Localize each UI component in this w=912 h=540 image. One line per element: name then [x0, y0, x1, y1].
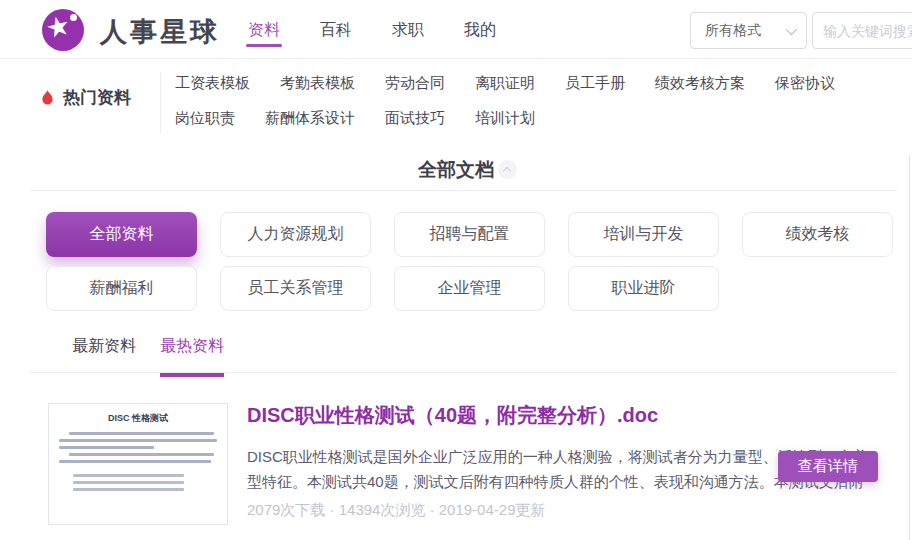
- flame-icon: [40, 89, 55, 107]
- category-career-growth[interactable]: 职业进阶: [568, 266, 719, 311]
- hot-link[interactable]: 考勤表模板: [280, 72, 355, 94]
- hot-links-row-2: 岗位职责 薪酬体系设计 面试技巧 培训计划: [175, 107, 535, 129]
- doc-thumbnail-title: DISC 性格测试: [59, 412, 217, 425]
- hot-link[interactable]: 培训计划: [475, 107, 535, 129]
- page: ★ 人事星球 资料 百科 求职 我的 所有格式 热门资料 工资表模板 考勤表模板…: [0, 0, 912, 540]
- divider: [30, 372, 897, 373]
- doc-stats: 2079次下载 · 14394次浏览 · 2019-04-29更新: [247, 501, 545, 520]
- format-select[interactable]: 所有格式: [690, 12, 807, 49]
- brand-name[interactable]: 人事星球: [100, 14, 220, 50]
- thumb-text-line: [69, 453, 214, 456]
- nav-item-ziliao[interactable]: 资料: [248, 0, 280, 59]
- category-employee-relations[interactable]: 员工关系管理: [220, 266, 371, 311]
- collapse-toggle-icon[interactable]: [498, 160, 517, 179]
- search-input[interactable]: [812, 12, 912, 49]
- hot-links-row-1: 工资表模板 考勤表模板 劳动合同 离职证明 员工手册 绩效考核方案 保密协议: [175, 72, 835, 94]
- hot-link[interactable]: 劳动合同: [385, 72, 445, 94]
- tab-newest[interactable]: 最新资料: [72, 336, 136, 377]
- view-details-button[interactable]: 查看详情: [778, 451, 878, 482]
- tab-hottest[interactable]: 最热资料: [160, 336, 224, 377]
- vertical-divider: [160, 72, 161, 134]
- hot-link[interactable]: 员工手册: [565, 72, 625, 94]
- section-title: 全部文档: [0, 157, 912, 183]
- scrollbar[interactable]: [909, 155, 910, 540]
- header: ★ 人事星球 资料 百科 求职 我的 所有格式: [0, 0, 912, 59]
- category-recruiting[interactable]: 招聘与配置: [394, 212, 545, 257]
- hot-link[interactable]: 绩效考核方案: [655, 72, 745, 94]
- brand-logo-icon[interactable]: ★: [42, 9, 84, 51]
- category-compensation[interactable]: 薪酬福利: [46, 266, 197, 311]
- star-icon: ★: [43, 11, 73, 43]
- doc-title-link[interactable]: DISC职业性格测试（40题，附完整分析）.doc: [247, 402, 897, 429]
- chevron-down-icon: [786, 23, 797, 34]
- thumb-text-line: [59, 460, 211, 463]
- thumb-text-line: [73, 474, 184, 477]
- hot-section-label: 热门资料: [40, 86, 131, 109]
- category-enterprise-mgmt[interactable]: 企业管理: [394, 266, 545, 311]
- hot-link[interactable]: 薪酬体系设计: [265, 107, 355, 129]
- nav-item-qiuzhi[interactable]: 求职: [392, 0, 424, 59]
- category-training[interactable]: 培训与开发: [568, 212, 719, 257]
- thumb-text-line: [59, 439, 217, 442]
- hot-link[interactable]: 工资表模板: [175, 72, 250, 94]
- main-nav: 资料 百科 求职 我的: [248, 0, 496, 59]
- thumb-text-line: [73, 481, 184, 484]
- hot-link[interactable]: 保密协议: [775, 72, 835, 94]
- category-all[interactable]: 全部资料: [46, 212, 197, 257]
- hot-link[interactable]: 面试技巧: [385, 107, 445, 129]
- category-hr-planning[interactable]: 人力资源规划: [220, 212, 371, 257]
- hot-section-title: 热门资料: [63, 86, 131, 109]
- hot-link[interactable]: 岗位职责: [175, 107, 235, 129]
- nav-item-baike[interactable]: 百科: [320, 0, 352, 59]
- hot-link[interactable]: 离职证明: [475, 72, 535, 94]
- category-performance[interactable]: 绩效考核: [742, 212, 893, 257]
- nav-item-wode[interactable]: 我的: [464, 0, 496, 59]
- thumb-text-line: [59, 446, 154, 449]
- format-select-label: 所有格式: [705, 22, 761, 40]
- thumb-text-line: [73, 488, 184, 491]
- thumb-text-line: [69, 432, 214, 435]
- logo-dot: [70, 14, 77, 21]
- divider: [30, 190, 897, 191]
- doc-list-tabs: 最新资料 最热资料: [72, 336, 224, 377]
- doc-thumbnail[interactable]: DISC 性格测试: [48, 403, 228, 525]
